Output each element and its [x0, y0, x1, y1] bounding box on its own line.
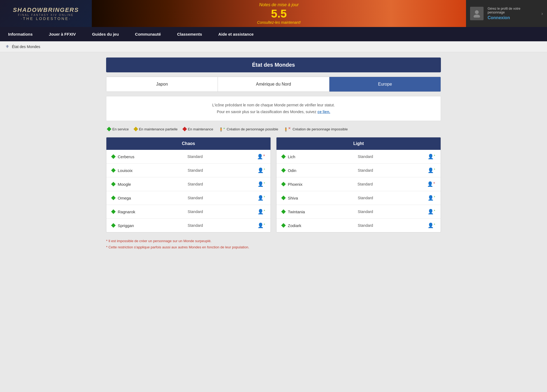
table-row: Spriggan Standard 👤+ [106, 219, 271, 232]
legend-en-service-label: En service [112, 127, 129, 131]
logo-ffxiv: FINAL FANTASY XIV ONLINE [18, 13, 74, 16]
legend-char-impossible-label: Création de personnage impossible [292, 127, 348, 131]
status-diamond-icon [111, 196, 116, 200]
login-connexion-text: Connexion [488, 15, 537, 20]
table-row: Omega Standard 👤+ [106, 191, 271, 205]
table-row: Phoenix Standard 👤✕ [276, 177, 441, 191]
datacenter-chaos: Chaos Cerberus Standard 👤✕ Louisoix Stan… [106, 137, 271, 232]
world-type: Standard [358, 209, 425, 214]
main-content: État des Mondes Japon Amérique du Nord E… [101, 52, 446, 256]
nav-classements[interactable]: Classements [169, 27, 210, 41]
logo-shadowbringers: SHADOWBRINGERS [13, 6, 79, 13]
legend-maintenance-label: En maintenance [188, 127, 213, 131]
tab-amerique[interactable]: Amérique du Nord [218, 77, 329, 92]
region-tabs: Japon Amérique du Nord Europe [106, 77, 441, 92]
table-row: Moogle Standard 👤+ [106, 177, 271, 191]
footnote-1: * Il est impossible de créer un personna… [106, 238, 441, 244]
world-type: Standard [357, 182, 424, 186]
login-manage-text: Gérez le profil de votre personnage [488, 7, 537, 14]
worlds-grid: Chaos Cerberus Standard 👤✕ Louisoix Stan… [106, 137, 441, 232]
diamond-red-icon [182, 127, 187, 131]
char-cannot-icon: 🧍✕ [283, 126, 291, 132]
world-type: Standard [358, 168, 425, 173]
tab-europe[interactable]: Europe [329, 77, 441, 92]
char-status-icon: 👤+ [258, 167, 265, 173]
legend-maintenance-partielle-label: En maintenance partielle [139, 127, 178, 131]
world-name: Odin [288, 168, 355, 173]
footnotes: * Il est impossible de créer un personna… [106, 238, 441, 251]
status-diamond-icon [281, 223, 286, 228]
status-diamond-icon [111, 209, 116, 214]
table-row: Lich Standard 👤+ [276, 150, 441, 164]
nav-guides[interactable]: Guides du jeu [84, 27, 127, 41]
char-can-icon: 🧍+ [219, 126, 225, 132]
datacenter-chaos-header: Chaos [106, 137, 271, 150]
world-name: Ragnarok [118, 209, 185, 214]
svg-point-0 [475, 10, 479, 14]
breadcrumb-text: État des Mondes [12, 45, 40, 49]
table-row: Cerberus Standard 👤✕ [106, 150, 271, 164]
nav-jouer[interactable]: Jouer à FFXIV [41, 27, 84, 41]
world-name: Phoenix [288, 182, 355, 187]
table-row: Twintania Standard 👤+ [276, 205, 441, 219]
status-diamond-icon [281, 182, 286, 187]
footnote-2: * Cette restriction s'applique parfois a… [106, 244, 441, 250]
login-button[interactable]: Gérez le profil de votre personnage Conn… [466, 0, 547, 27]
info-link[interactable]: ce lien. [318, 110, 330, 114]
world-name: Spriggan [118, 223, 185, 228]
diamond-yellow-icon [133, 127, 138, 131]
main-nav: Informations Jouer à FFXIV Guides du jeu… [0, 27, 547, 41]
status-diamond-icon [281, 168, 286, 173]
banner[interactable]: Notes de mise à jour 5.5 Consultez-les m… [92, 0, 466, 27]
world-type: Standard [358, 154, 425, 159]
table-row: Odin Standard 👤+ [276, 164, 441, 177]
world-name: Zodiark [288, 223, 355, 228]
world-name: Lich [288, 154, 355, 159]
legend-char-possible: 🧍+ Création de personnage possible [219, 126, 278, 132]
status-diamond-icon [281, 196, 286, 200]
home-icon: ⚜ [5, 44, 9, 49]
char-status-icon: 👤+ [428, 167, 435, 173]
status-diamond-icon [281, 154, 286, 159]
status-diamond-icon [111, 223, 116, 228]
world-type: Standard [358, 223, 425, 228]
table-row: Ragnarok Standard 👤+ [106, 205, 271, 219]
legend: En service En maintenance partielle En m… [106, 126, 441, 132]
status-diamond-icon [281, 209, 286, 214]
char-status-icon: 👤✕ [427, 181, 435, 187]
tab-japon[interactable]: Japon [106, 77, 218, 92]
world-name: Moogle [118, 182, 185, 187]
world-name: Louisoix [118, 168, 185, 173]
world-type: Standard [188, 209, 255, 214]
legend-char-possible-label: Création de personnage possible [227, 127, 278, 131]
world-name: Shiva [288, 196, 355, 200]
status-diamond-icon [111, 154, 116, 159]
breadcrumb: ⚜ État des Mondes [0, 41, 547, 52]
nav-aide[interactable]: Aide et assistance [210, 27, 262, 41]
char-status-icon: 👤+ [428, 195, 435, 201]
legend-maintenance: En maintenance [183, 127, 213, 131]
world-type: Standard [188, 223, 255, 228]
header: SHADOWBRINGERS FINAL FANTASY XIV ONLINE … [0, 0, 547, 27]
logo-lodestone: ·THE LODESTONE· [21, 16, 71, 21]
datacenter-light-header: Light [276, 137, 441, 150]
table-row: Shiva Standard 👤+ [276, 191, 441, 205]
world-type: Standard [188, 196, 255, 200]
banner-subtitle: Consultez-les maintenant! [257, 20, 301, 25]
info-text-2: Pour en savoir plus sur la classificatio… [217, 110, 316, 114]
svg-point-1 [474, 15, 480, 18]
status-diamond-icon [111, 182, 116, 187]
diamond-green-icon [107, 127, 112, 131]
chevron-right-icon: › [541, 11, 543, 16]
legend-maintenance-partielle: En maintenance partielle [134, 127, 178, 131]
world-type: Standard [187, 154, 254, 159]
page-title: État des Mondes [106, 58, 441, 72]
info-box: L'icône précédant le nom de chaque Monde… [106, 96, 441, 121]
char-status-icon: 👤+ [258, 222, 265, 228]
world-type: Standard [358, 196, 425, 200]
char-status-icon: 👤✕ [257, 154, 265, 160]
datacenter-light: Light Lich Standard 👤+ Odin Standard 👤+ … [276, 137, 441, 232]
char-status-icon: 👤+ [258, 195, 265, 201]
nav-communaute[interactable]: Communauté [127, 27, 169, 41]
nav-informations[interactable]: Informations [0, 27, 41, 41]
